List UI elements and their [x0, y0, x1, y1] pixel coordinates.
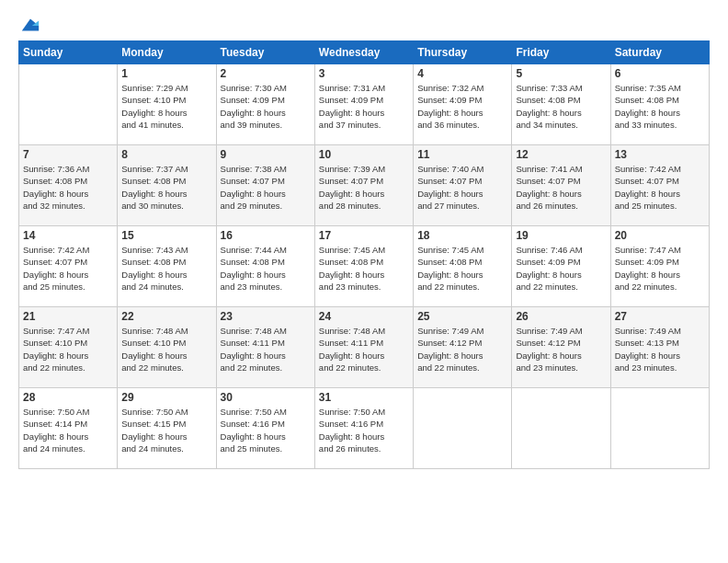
weekday-header-sunday: Sunday	[19, 41, 118, 64]
day-info: Sunrise: 7:50 AM Sunset: 4:16 PM Dayligh…	[221, 406, 311, 454]
day-number: 19	[516, 229, 606, 242]
calendar-cell: 9Sunrise: 7:38 AM Sunset: 4:07 PM Daylig…	[216, 145, 314, 226]
calendar-cell: 22Sunrise: 7:48 AM Sunset: 4:10 PM Dayli…	[118, 307, 216, 388]
calendar-cell: 12Sunrise: 7:41 AM Sunset: 4:07 PM Dayli…	[512, 145, 610, 226]
day-info: Sunrise: 7:35 AM Sunset: 4:08 PM Dayligh…	[615, 82, 705, 131]
weekday-header-thursday: Thursday	[414, 41, 512, 64]
day-number: 26	[516, 310, 606, 323]
day-info: Sunrise: 7:37 AM Sunset: 4:08 PM Dayligh…	[121, 163, 211, 212]
calendar-week-4: 21Sunrise: 7:47 AM Sunset: 4:10 PM Dayli…	[19, 307, 710, 388]
day-number: 25	[417, 310, 507, 323]
day-info: Sunrise: 7:49 AM Sunset: 4:13 PM Dayligh…	[615, 325, 705, 373]
day-info: Sunrise: 7:47 AM Sunset: 4:09 PM Dayligh…	[615, 244, 705, 293]
calendar-cell: 21Sunrise: 7:47 AM Sunset: 4:10 PM Dayli…	[19, 307, 118, 388]
day-number: 8	[121, 148, 211, 161]
logo	[18, 17, 40, 33]
day-number: 13	[615, 148, 705, 161]
calendar-cell: 14Sunrise: 7:42 AM Sunset: 4:07 PM Dayli…	[19, 226, 118, 307]
calendar-cell: 27Sunrise: 7:49 AM Sunset: 4:13 PM Dayli…	[610, 307, 709, 388]
day-info: Sunrise: 7:46 AM Sunset: 4:09 PM Dayligh…	[516, 244, 606, 293]
calendar-cell: 18Sunrise: 7:45 AM Sunset: 4:08 PM Dayli…	[414, 226, 512, 307]
calendar-cell: 3Sunrise: 7:31 AM Sunset: 4:09 PM Daylig…	[314, 64, 413, 145]
day-number: 14	[23, 229, 113, 242]
day-number: 31	[319, 391, 409, 404]
day-info: Sunrise: 7:33 AM Sunset: 4:08 PM Dayligh…	[516, 82, 606, 131]
day-number: 11	[417, 148, 507, 161]
day-number: 16	[221, 229, 311, 242]
day-number: 12	[516, 148, 606, 161]
calendar-cell: 10Sunrise: 7:39 AM Sunset: 4:07 PM Dayli…	[314, 145, 413, 226]
page: SundayMondayTuesdayWednesdayThursdayFrid…	[0, 0, 728, 563]
weekday-header-saturday: Saturday	[610, 41, 709, 64]
calendar-cell	[610, 388, 709, 469]
day-info: Sunrise: 7:44 AM Sunset: 4:08 PM Dayligh…	[221, 244, 311, 293]
day-info: Sunrise: 7:49 AM Sunset: 4:12 PM Dayligh…	[516, 325, 606, 373]
calendar-cell: 19Sunrise: 7:46 AM Sunset: 4:09 PM Dayli…	[512, 226, 610, 307]
calendar-cell: 26Sunrise: 7:49 AM Sunset: 4:12 PM Dayli…	[512, 307, 610, 388]
day-info: Sunrise: 7:39 AM Sunset: 4:07 PM Dayligh…	[319, 163, 409, 212]
day-number: 22	[121, 310, 211, 323]
day-number: 1	[121, 67, 211, 80]
day-info: Sunrise: 7:38 AM Sunset: 4:07 PM Dayligh…	[221, 163, 311, 212]
day-info: Sunrise: 7:41 AM Sunset: 4:07 PM Dayligh…	[516, 163, 606, 212]
calendar-cell: 31Sunrise: 7:50 AM Sunset: 4:16 PM Dayli…	[314, 388, 413, 469]
calendar-cell: 29Sunrise: 7:50 AM Sunset: 4:15 PM Dayli…	[118, 388, 216, 469]
calendar-cell: 23Sunrise: 7:48 AM Sunset: 4:11 PM Dayli…	[216, 307, 314, 388]
calendar-cell: 6Sunrise: 7:35 AM Sunset: 4:08 PM Daylig…	[610, 64, 709, 145]
day-info: Sunrise: 7:31 AM Sunset: 4:09 PM Dayligh…	[319, 82, 409, 131]
calendar-cell: 13Sunrise: 7:42 AM Sunset: 4:07 PM Dayli…	[610, 145, 709, 226]
day-info: Sunrise: 7:29 AM Sunset: 4:10 PM Dayligh…	[121, 82, 211, 131]
weekday-header-tuesday: Tuesday	[216, 41, 314, 64]
day-info: Sunrise: 7:48 AM Sunset: 4:11 PM Dayligh…	[221, 325, 311, 373]
day-number: 20	[615, 229, 705, 242]
calendar-cell: 7Sunrise: 7:36 AM Sunset: 4:08 PM Daylig…	[19, 145, 118, 226]
day-number: 17	[319, 229, 409, 242]
calendar-cell: 5Sunrise: 7:33 AM Sunset: 4:08 PM Daylig…	[512, 64, 610, 145]
calendar-cell: 30Sunrise: 7:50 AM Sunset: 4:16 PM Dayli…	[216, 388, 314, 469]
day-number: 18	[417, 229, 507, 242]
day-number: 29	[121, 391, 211, 404]
weekday-header-monday: Monday	[118, 41, 216, 64]
calendar-cell: 28Sunrise: 7:50 AM Sunset: 4:14 PM Dayli…	[19, 388, 118, 469]
day-info: Sunrise: 7:48 AM Sunset: 4:10 PM Dayligh…	[121, 325, 211, 373]
calendar-cell: 1Sunrise: 7:29 AM Sunset: 4:10 PM Daylig…	[118, 64, 216, 145]
day-info: Sunrise: 7:42 AM Sunset: 4:07 PM Dayligh…	[23, 244, 113, 293]
calendar-cell	[19, 64, 118, 145]
day-number: 6	[615, 67, 705, 80]
calendar-week-3: 14Sunrise: 7:42 AM Sunset: 4:07 PM Dayli…	[19, 226, 710, 307]
calendar-cell: 2Sunrise: 7:30 AM Sunset: 4:09 PM Daylig…	[216, 64, 314, 145]
calendar-cell: 17Sunrise: 7:45 AM Sunset: 4:08 PM Dayli…	[314, 226, 413, 307]
day-number: 7	[23, 148, 113, 161]
day-number: 23	[221, 310, 311, 323]
calendar-cell	[512, 388, 610, 469]
day-info: Sunrise: 7:50 AM Sunset: 4:14 PM Dayligh…	[23, 406, 113, 454]
calendar-cell: 11Sunrise: 7:40 AM Sunset: 4:07 PM Dayli…	[414, 145, 512, 226]
day-info: Sunrise: 7:36 AM Sunset: 4:08 PM Dayligh…	[23, 163, 113, 212]
logo-icon	[20, 17, 40, 33]
day-number: 24	[319, 310, 409, 323]
header	[18, 17, 710, 33]
weekday-header-wednesday: Wednesday	[314, 41, 413, 64]
day-info: Sunrise: 7:32 AM Sunset: 4:09 PM Dayligh…	[417, 82, 507, 131]
day-number: 15	[121, 229, 211, 242]
day-number: 10	[319, 148, 409, 161]
calendar-cell: 20Sunrise: 7:47 AM Sunset: 4:09 PM Dayli…	[610, 226, 709, 307]
calendar-week-5: 28Sunrise: 7:50 AM Sunset: 4:14 PM Dayli…	[19, 388, 710, 469]
day-info: Sunrise: 7:40 AM Sunset: 4:07 PM Dayligh…	[417, 163, 507, 212]
calendar-cell: 25Sunrise: 7:49 AM Sunset: 4:12 PM Dayli…	[414, 307, 512, 388]
day-info: Sunrise: 7:50 AM Sunset: 4:15 PM Dayligh…	[121, 406, 211, 454]
day-number: 4	[417, 67, 507, 80]
day-number: 28	[23, 391, 113, 404]
calendar-cell	[414, 388, 512, 469]
day-info: Sunrise: 7:49 AM Sunset: 4:12 PM Dayligh…	[417, 325, 507, 373]
day-info: Sunrise: 7:48 AM Sunset: 4:11 PM Dayligh…	[319, 325, 409, 373]
calendar-cell: 24Sunrise: 7:48 AM Sunset: 4:11 PM Dayli…	[314, 307, 413, 388]
day-number: 27	[615, 310, 705, 323]
calendar-cell: 16Sunrise: 7:44 AM Sunset: 4:08 PM Dayli…	[216, 226, 314, 307]
calendar-week-1: 1Sunrise: 7:29 AM Sunset: 4:10 PM Daylig…	[19, 64, 710, 145]
day-number: 9	[221, 148, 311, 161]
weekday-header-friday: Friday	[512, 41, 610, 64]
weekday-header-row: SundayMondayTuesdayWednesdayThursdayFrid…	[19, 41, 710, 64]
day-number: 3	[319, 67, 409, 80]
day-number: 2	[221, 67, 311, 80]
